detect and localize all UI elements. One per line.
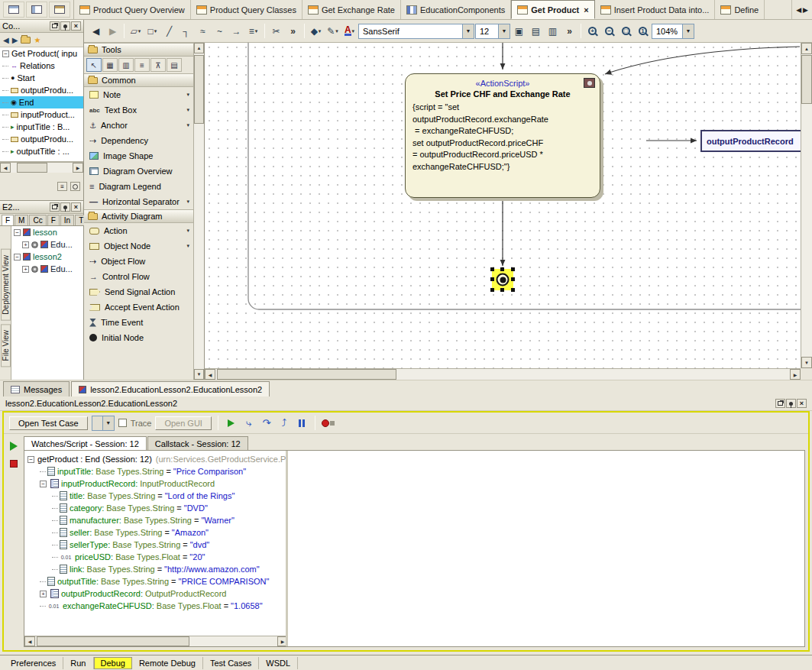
- chevron-down-icon[interactable]: ▾: [186, 228, 189, 234]
- open-test-case-button[interactable]: Open Test Case: [9, 416, 88, 430]
- scroll-right-button[interactable]: ▶: [277, 636, 288, 646]
- magnet-tool[interactable]: ▥: [118, 58, 134, 72]
- collapse-icon[interactable]: −: [27, 456, 34, 463]
- align-button[interactable]: ▾: [245, 23, 261, 40]
- swimlane-tool[interactable]: ▤: [167, 58, 182, 72]
- palette-item-time-event[interactable]: Time Event: [84, 315, 193, 330]
- pin-panel-button[interactable]: [60, 202, 70, 212]
- tree-row-lesson2[interactable]: −lesson2: [11, 251, 83, 263]
- font-size-select[interactable]: 12 ▼: [475, 24, 510, 39]
- explorer-tree[interactable]: −lesson +Edu... −lesson2 +Edu...: [11, 226, 83, 380]
- palette-item-text-box[interactable]: abcText Box▾: [84, 102, 193, 118]
- palette-item-accept-event-action[interactable]: Accept Event Action: [84, 299, 193, 315]
- resize-handle[interactable]: [490, 277, 494, 281]
- watch-row[interactable]: outputTitle: Base Types.String = "PRICE …: [24, 575, 286, 587]
- pencil-tool-button[interactable]: ▾: [325, 23, 341, 40]
- float-panel-button[interactable]: [50, 202, 60, 212]
- scroll-left-button[interactable]: ◀: [24, 636, 35, 646]
- canvas-hscrollbar[interactable]: ◀ ▶: [205, 368, 801, 380]
- tree-row-inputtitle[interactable]: inputTitle : B...: [0, 121, 83, 133]
- windows-layout-button[interactable]: [3, 2, 24, 18]
- containment-hscrollbar[interactable]: ◀ ▶: [0, 162, 83, 173]
- palette-item-dependency[interactable]: Dependency: [84, 133, 193, 148]
- palette-item-diagram-legend[interactable]: Diagram Legend: [84, 179, 193, 194]
- resize-handle[interactable]: [490, 288, 494, 292]
- select-tool[interactable]: ↖: [86, 58, 102, 72]
- collapse-icon[interactable]: −: [40, 481, 47, 487]
- chevron-down-icon[interactable]: ▾: [186, 199, 189, 205]
- restore-panel-button[interactable]: [775, 399, 785, 408]
- tree-row-outputproductrecord[interactable]: outputProdu...: [0, 84, 83, 96]
- terminate-session-icon[interactable]: [10, 460, 18, 468]
- manage-windows-button[interactable]: [49, 2, 70, 18]
- footer-tab-remote-debug[interactable]: Remote Debug: [132, 657, 203, 669]
- scroll-right-button[interactable]: ▶: [73, 163, 83, 173]
- session-select[interactable]: ▼: [92, 416, 115, 431]
- watch-root-row[interactable]: − getProduct : End (Session: 12) (urn:Se…: [24, 453, 286, 465]
- trace-checkbox[interactable]: [118, 419, 127, 427]
- palette-header-tools[interactable]: Tools: [84, 43, 193, 57]
- step-into-button[interactable]: ⤷: [242, 417, 256, 429]
- chevron-down-icon[interactable]: ▼: [498, 24, 510, 38]
- zoom-out-button[interactable]: −: [601, 23, 617, 40]
- collapse-icon[interactable]: −: [2, 50, 9, 57]
- watch-row[interactable]: 0.01 exchangeRateCHFUSD: Base Types.Floa…: [24, 600, 286, 612]
- step-out-button[interactable]: ⤴: [277, 417, 291, 429]
- explorer-tab[interactable]: In: [60, 215, 74, 225]
- zigzag-path-button[interactable]: [195, 23, 211, 40]
- vertical-tab-deployment-view[interactable]: Deployment View: [1, 249, 11, 321]
- palette-item-diagram-overview[interactable]: Diagram Overview: [84, 163, 193, 179]
- chevron-down-icon[interactable]: ▼: [462, 24, 474, 38]
- output-product-record-node[interactable]: outputProductRecord: [700, 130, 801, 152]
- tree-row-educationlesson[interactable]: +Edu...: [11, 238, 83, 251]
- chevron-down-icon[interactable]: ▼: [682, 24, 694, 38]
- scrollbar-thumb[interactable]: [217, 369, 396, 380]
- scrollbar-thumb[interactable]: [801, 55, 812, 104]
- close-panel-button[interactable]: ×: [71, 21, 81, 31]
- split-window-button[interactable]: [26, 2, 47, 18]
- watch-row[interactable]: 0.01 priceUSD: Base Types.Float = "20": [24, 551, 286, 563]
- zoom-one-to-one-button[interactable]: 1: [635, 23, 651, 40]
- watches-tree[interactable]: − getProduct : End (Session: 12) (urn:Se…: [24, 451, 288, 646]
- chevron-down-icon[interactable]: ▾: [186, 107, 189, 113]
- zoom-fit-button[interactable]: □: [618, 23, 634, 40]
- script-pane[interactable]: [290, 451, 804, 646]
- containment-tree[interactable]: −Get Product( inpu Relations Start outpu…: [0, 47, 83, 162]
- chevron-down-icon[interactable]: ▾: [186, 243, 189, 249]
- resize-handle[interactable]: [490, 267, 494, 271]
- resize-handle[interactable]: [511, 288, 515, 292]
- tab-get-product[interactable]: Get Product×: [511, 0, 594, 19]
- footer-tab-debug[interactable]: Debug: [94, 657, 132, 669]
- close-icon[interactable]: ×: [584, 5, 588, 15]
- close-panel-button[interactable]: ×: [71, 202, 81, 212]
- expand-icon[interactable]: +: [22, 266, 29, 273]
- folder-icon[interactable]: [21, 37, 31, 44]
- palette-item-horizontal-separator[interactable]: Horizontal Separator▾: [84, 194, 193, 209]
- collapse-icon[interactable]: −: [14, 254, 21, 261]
- forward-button[interactable]: [105, 23, 121, 40]
- watch-row[interactable]: sellerType: Base Types.String = "dvd": [24, 539, 286, 551]
- marquee-tool[interactable]: ▦: [102, 58, 118, 72]
- collapse-icon[interactable]: −: [14, 229, 21, 236]
- scroll-down-button[interactable]: ▼: [194, 369, 204, 380]
- scrollbar-track[interactable]: [11, 163, 73, 173]
- scroll-down-button[interactable]: ▼: [801, 357, 812, 368]
- tab-product-query-classes[interactable]: Product Query Classes: [191, 0, 302, 19]
- recent-elements-button[interactable]: [70, 182, 80, 191]
- scrollbar-thumb[interactable]: [17, 163, 47, 173]
- tab-watches-script[interactable]: Watches/Script - Session: 12: [24, 436, 147, 450]
- tree-row-activity[interactable]: −Get Product( inpu: [0, 47, 83, 60]
- scroll-left-button[interactable]: ◀: [205, 369, 215, 380]
- palette-header-common[interactable]: Common: [84, 73, 193, 87]
- panel-options-button[interactable]: ≡: [57, 182, 67, 191]
- tab-define[interactable]: Define: [715, 0, 765, 19]
- session-running-icon[interactable]: [10, 442, 18, 451]
- back-button[interactable]: [88, 23, 104, 40]
- footer-tab-preferences[interactable]: Preferences: [4, 657, 63, 669]
- watch-row[interactable]: inputTitle: Base Types.String = "Price C…: [24, 465, 286, 477]
- cut-button[interactable]: [268, 23, 284, 40]
- clear-style-button[interactable]: [545, 23, 561, 40]
- curve-path-button[interactable]: [212, 23, 228, 40]
- tab-product-query-overview[interactable]: Product Query Overview: [74, 0, 191, 19]
- canvas-vscrollbar[interactable]: ▲ ▼: [801, 43, 812, 368]
